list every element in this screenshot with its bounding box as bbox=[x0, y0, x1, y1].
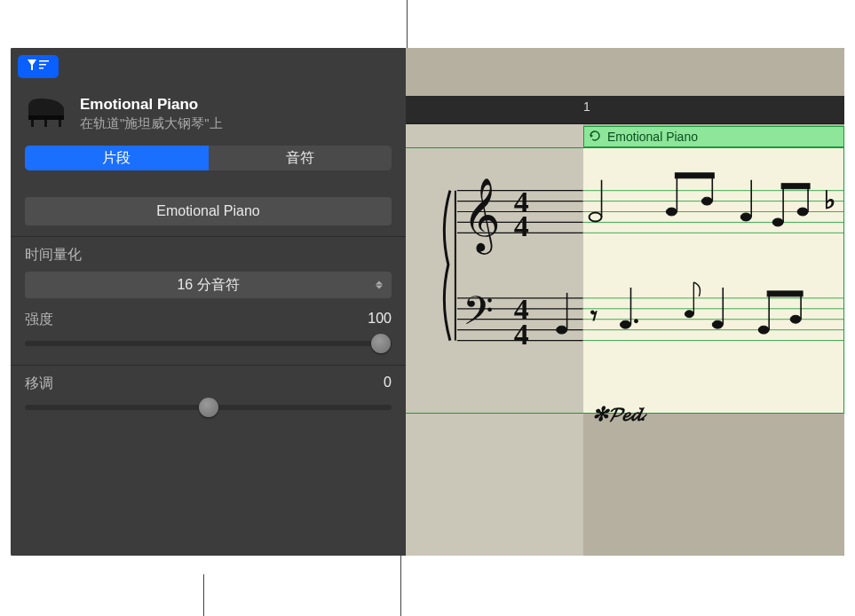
svg-point-32 bbox=[666, 208, 677, 216]
svg-rect-4 bbox=[31, 120, 34, 127]
strength-value[interactable]: 100 bbox=[368, 311, 392, 327]
score-editor[interactable]: 1 Emotional Piano bbox=[406, 48, 844, 556]
svg-rect-3 bbox=[28, 115, 64, 120]
music-notation: 𝄞 𝄢 4 4 4 4 bbox=[406, 148, 843, 413]
quantize-label: 时间量化 bbox=[25, 246, 392, 265]
slider-track-bg bbox=[25, 341, 392, 346]
svg-point-34 bbox=[701, 197, 712, 205]
transpose-slider-thumb[interactable] bbox=[199, 398, 218, 417]
svg-point-48 bbox=[621, 320, 631, 328]
svg-point-49 bbox=[634, 320, 637, 323]
svg-point-37 bbox=[740, 213, 751, 221]
tab-region[interactable]: 片段 bbox=[25, 146, 209, 170]
tab-notes-label: 音符 bbox=[286, 149, 314, 168]
grand-piano-icon bbox=[25, 96, 67, 131]
region-name-input[interactable] bbox=[25, 197, 392, 225]
filter-button[interactable] bbox=[18, 55, 59, 78]
inspector-tabs: 片段 音符 bbox=[11, 140, 406, 179]
score-region-label: Emotional Piano bbox=[607, 130, 698, 144]
svg-rect-6 bbox=[44, 120, 47, 127]
svg-rect-2 bbox=[39, 67, 44, 69]
editor-window: Emotional Piano 在轨道"施坦威大钢琴"上 片段 音符 时间量化 … bbox=[11, 48, 844, 556]
tab-region-label: 片段 bbox=[102, 149, 131, 168]
svg-point-41 bbox=[797, 208, 808, 216]
tab-notes[interactable]: 音符 bbox=[209, 146, 392, 170]
funnel-icon bbox=[26, 58, 51, 75]
grand-staff-brace bbox=[444, 191, 450, 341]
svg-point-53 bbox=[712, 320, 723, 328]
inspector-header: Emotional Piano 在轨道"施坦威大钢琴"上 bbox=[11, 82, 406, 140]
svg-rect-5 bbox=[59, 120, 61, 127]
transpose-section: 移调 0 bbox=[11, 366, 406, 429]
svg-rect-1 bbox=[39, 64, 46, 66]
svg-point-39 bbox=[772, 218, 783, 226]
quantize-select[interactable]: 16 分音符 bbox=[25, 272, 392, 298]
transpose-label: 移调 bbox=[25, 375, 53, 391]
strength-label: 强度 bbox=[25, 312, 53, 327]
svg-point-55 bbox=[758, 326, 769, 334]
time-sig-bot: 4 bbox=[514, 209, 529, 242]
svg-point-45 bbox=[557, 326, 567, 334]
svg-rect-43 bbox=[781, 184, 810, 189]
name-section bbox=[11, 179, 406, 237]
bar-ruler[interactable]: 1 bbox=[406, 96, 844, 124]
svg-point-57 bbox=[790, 315, 801, 323]
score-region-header[interactable]: Emotional Piano bbox=[583, 126, 844, 147]
ruler-bar-1: 1 bbox=[583, 99, 590, 114]
region-title: Emotional Piano bbox=[80, 96, 392, 114]
bass-clef-icon: 𝄢 bbox=[463, 289, 494, 343]
updown-stepper-icon bbox=[376, 281, 383, 289]
quantize-value: 16 分音符 bbox=[177, 276, 239, 295]
svg-point-51 bbox=[685, 311, 693, 318]
svg-rect-0 bbox=[39, 60, 49, 62]
transpose-slider[interactable] bbox=[25, 397, 392, 418]
inspector-header-text: Emotional Piano 在轨道"施坦威大钢琴"上 bbox=[80, 96, 392, 132]
strength-slider[interactable] bbox=[25, 333, 392, 354]
inspector-top-bar bbox=[11, 48, 406, 82]
callout-line-transpose bbox=[203, 574, 204, 616]
pedal-marking: ✻𝓟𝓮𝓭. bbox=[592, 403, 646, 426]
loop-icon bbox=[590, 130, 602, 144]
svg-rect-36 bbox=[675, 173, 714, 178]
svg-point-30 bbox=[590, 213, 602, 222]
region-subtitle: 在轨道"施坦威大钢琴"上 bbox=[80, 115, 392, 132]
region-inspector: Emotional Piano 在轨道"施坦威大钢琴"上 片段 音符 时间量化 … bbox=[11, 48, 406, 556]
svg-rect-59 bbox=[767, 291, 803, 296]
score-canvas[interactable]: 𝄞 𝄢 4 4 4 4 bbox=[406, 147, 844, 414]
treble-clef-icon: 𝄞 bbox=[463, 178, 501, 255]
quantize-section: 时间量化 16 分音符 强度 100 bbox=[11, 237, 406, 366]
svg-text:4: 4 bbox=[514, 318, 529, 351]
svg-text:♭: ♭ bbox=[824, 186, 835, 214]
instrument-thumbnail bbox=[25, 94, 67, 133]
strength-slider-thumb[interactable] bbox=[371, 334, 391, 353]
transpose-value[interactable]: 0 bbox=[384, 375, 392, 391]
